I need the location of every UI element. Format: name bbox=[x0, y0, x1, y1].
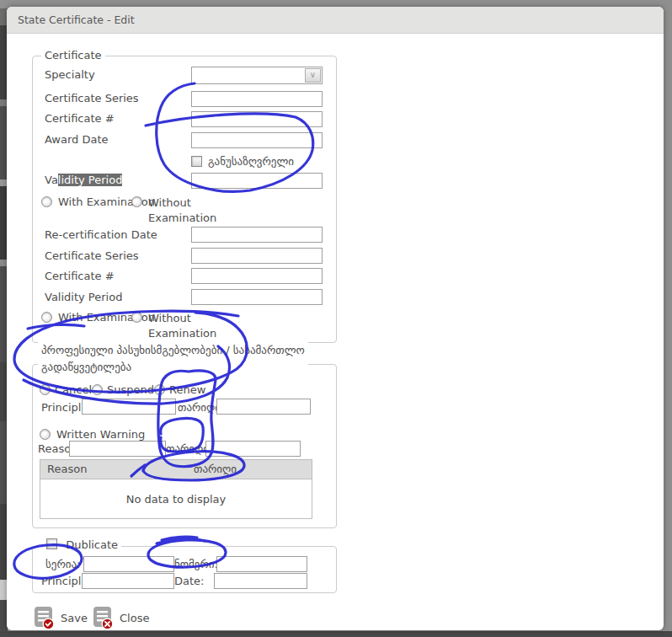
certificate-number-label: Certificate # bbox=[45, 112, 115, 125]
duplicate-legend: Dublicate bbox=[43, 538, 121, 552]
recertification-date-input[interactable] bbox=[191, 227, 323, 243]
certificate-series-input[interactable] bbox=[191, 91, 323, 107]
reason-date-label: თარიღი bbox=[166, 442, 209, 455]
table-empty-message: No data to display bbox=[40, 479, 312, 518]
chevron-down-icon[interactable]: ∨ bbox=[305, 68, 321, 83]
written-warning-radio[interactable] bbox=[40, 429, 51, 440]
certificate-number2-input[interactable] bbox=[191, 268, 323, 284]
duplicate-label: Dublicate bbox=[66, 538, 118, 551]
duplicate-date-input[interactable] bbox=[214, 573, 307, 589]
principles-date-input[interactable] bbox=[216, 399, 311, 415]
without-examination-radio[interactable] bbox=[131, 196, 142, 207]
certificate-number2-label: Certificate # bbox=[45, 270, 115, 282]
without-examination-label-1: Without Examination bbox=[148, 195, 216, 226]
award-date-label: Award Date bbox=[45, 133, 109, 146]
liability-legend: პროფესიული პასუხისმგებლობები / სასამართლ… bbox=[38, 342, 308, 376]
indefinite-label: განუსაზღვრელი bbox=[208, 155, 294, 168]
certificate-legend: Certificate bbox=[41, 49, 105, 62]
save-button-label: Save bbox=[61, 612, 88, 624]
cancel-label: Cancel bbox=[55, 383, 92, 396]
validity-period2-input[interactable] bbox=[191, 289, 323, 305]
certificate-series2-label: Certificate Series bbox=[45, 249, 139, 262]
duplicate-fieldset: Dublicate სერია: ნომერი: Principles: Dat… bbox=[32, 546, 337, 593]
reason-table: Reason თარიღი No data to display bbox=[40, 459, 312, 519]
liability-legend-line2: გადაწყვეტილება bbox=[41, 359, 305, 376]
specialty-label: Specialty bbox=[45, 68, 95, 81]
reason-column-header[interactable]: Reason bbox=[40, 460, 187, 479]
without-examination2-radio[interactable] bbox=[131, 312, 142, 323]
certificate-series2-input[interactable] bbox=[191, 248, 323, 264]
dialog-title: State Certificate - Edit bbox=[18, 13, 135, 26]
seria-label: სერია: bbox=[45, 558, 80, 570]
renew-radio[interactable] bbox=[154, 384, 165, 395]
without-examination2-label: Without Examination bbox=[148, 311, 216, 341]
nomeri-input[interactable] bbox=[216, 556, 307, 572]
validity-period-input[interactable] bbox=[191, 173, 323, 189]
reason-table-header: Reason თარიღი bbox=[40, 460, 312, 479]
certificate-fieldset: Certificate Specialty ∨ Certificate Seri… bbox=[32, 56, 337, 343]
validity-period-label: Validity Period bbox=[45, 174, 122, 186]
suspend-label: Suspend bbox=[107, 383, 154, 396]
duplicate-checkbox[interactable] bbox=[46, 538, 57, 549]
close-form-icon bbox=[91, 605, 115, 630]
duplicate-date-label: Date: bbox=[174, 575, 204, 587]
written-warning-label: Written Warning bbox=[56, 428, 145, 441]
with-examination-radio[interactable] bbox=[41, 196, 52, 207]
renew-label: Renew bbox=[169, 383, 205, 396]
state-certificate-edit-dialog: State Certificate - Edit Certificate Spe… bbox=[7, 7, 664, 630]
page-background-bottom-edge bbox=[0, 631, 672, 637]
seria-input[interactable] bbox=[83, 556, 174, 572]
liability-fieldset: პროფესიული პასუხისმგებლობები / სასამართლ… bbox=[32, 364, 337, 528]
save-button[interactable]: Save bbox=[32, 605, 88, 630]
with-examination2-radio[interactable] bbox=[41, 312, 52, 323]
certificate-series-label: Certificate Series bbox=[45, 92, 139, 104]
liability-legend-line1: პროფესიული პასუხისმგებლობები / სასამართლ… bbox=[41, 342, 305, 359]
specialty-select[interactable]: ∨ bbox=[191, 67, 323, 84]
cancel-radio[interactable] bbox=[40, 384, 51, 395]
reason-input[interactable] bbox=[69, 441, 166, 457]
save-form-icon bbox=[32, 605, 56, 630]
reason-date-input[interactable] bbox=[205, 441, 301, 457]
indefinite-checkbox[interactable] bbox=[191, 156, 202, 167]
close-button-label: Close bbox=[120, 612, 149, 624]
principles-input[interactable] bbox=[82, 399, 176, 415]
principles-date-label: თარიღი bbox=[178, 401, 221, 414]
duplicate-principles-input[interactable] bbox=[82, 573, 174, 589]
validity-label-normal: Va bbox=[45, 174, 58, 186]
validity-label-selected: lidity Period bbox=[58, 174, 123, 186]
date-column-header[interactable]: თარიღი bbox=[187, 460, 312, 479]
validity-period2-label: Validity Period bbox=[45, 291, 122, 303]
dialog-titlebar[interactable]: State Certificate - Edit bbox=[7, 7, 664, 34]
award-date-input[interactable] bbox=[191, 132, 323, 148]
close-button[interactable]: Close bbox=[91, 605, 149, 630]
nomeri-label: ნომერი: bbox=[174, 558, 218, 570]
recertification-date-label: Re-certification Date bbox=[45, 228, 157, 241]
suspend-radio[interactable] bbox=[92, 384, 103, 395]
certificate-number-input[interactable] bbox=[191, 111, 323, 127]
